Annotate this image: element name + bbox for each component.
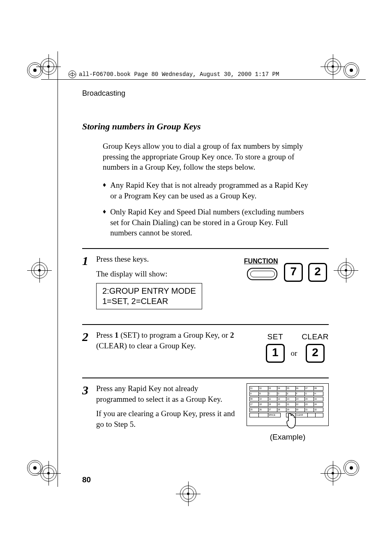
crop-target-mid-left [31, 262, 48, 279]
step-2-text-part: (SET) to program a Group Key, or [118, 331, 230, 339]
crop-target-top-left [40, 58, 57, 75]
divider [82, 378, 329, 378]
set-key-label: SET [264, 332, 286, 342]
divider [82, 324, 329, 325]
running-head: Broadcasting [82, 88, 329, 98]
step-2-bold-2: 2 [230, 331, 234, 339]
crop-target-bot-center [180, 486, 196, 502]
keypad-key-2: 2 [308, 263, 327, 282]
keypad-key-2: 2 [306, 344, 325, 363]
clear-key-label: CLEAR [302, 332, 329, 342]
pointing-hand-icon [285, 412, 297, 429]
bullet-text: Only Rapid Key and Speed Dial numbers (e… [110, 207, 313, 238]
display-line-1: 2:GROUP ENTRY MODE [102, 286, 196, 296]
step-2-bold-1: 1 [115, 331, 119, 339]
step-2: 2 Press 1 (SET) to program a Group Key, … [82, 330, 329, 363]
step-3-text: Press any Rapid Key not already programm… [96, 383, 239, 404]
step-3-subtext: If you are clearing a Group Key, press i… [96, 408, 239, 429]
step-1-text: Press these keys. [96, 254, 237, 265]
page-frame: all-FO6700.book Page 80 Wednesday, Augus… [58, 51, 341, 487]
display-line-2: 1=SET, 2=CLEAR [102, 296, 196, 306]
crop-ball-bot-right [344, 460, 359, 476]
step-3: 3 Press any Rapid Key not already progra… [82, 383, 329, 442]
keypad-key-7: 7 [284, 263, 303, 282]
function-key-label: FUNCTION [244, 258, 278, 265]
intro-paragraph: Group Keys allow you to dial a group of … [103, 141, 313, 173]
section-title: Storing numbers in Group Keys [82, 120, 329, 133]
step-1-subtext: The display will show: [96, 269, 237, 279]
bullet-diamond-icon: ♦ [103, 180, 106, 201]
or-label: or [291, 348, 297, 363]
book-path-text: all-FO6700.book Page 80 Wednesday, Augus… [79, 71, 279, 78]
keypad-key-1: 1 [266, 344, 285, 363]
bullet-item: ♦ Only Rapid Key and Speed Dial numbers … [103, 207, 313, 238]
step-1: 1 Press these keys. The display will sho… [82, 254, 329, 309]
book-icon [68, 70, 76, 78]
lcd-display: 2:GROUP ENTRY MODE 1=SET, 2=CLEAR [96, 283, 202, 309]
step-2-text-part: Press [96, 331, 115, 339]
rapid-key-panel-illustration: 0102030405060708 ABCDEFGH 09101112131415… [247, 383, 329, 442]
step-number: 2 [82, 330, 96, 343]
bullet-text: Any Rapid Key that is not already progra… [110, 180, 313, 201]
step-2-text-part: (CLEAR) to clear a Group Key. [96, 341, 196, 350]
crop-target-bot-left [40, 465, 57, 481]
page-number: 80 [82, 475, 91, 484]
step-number: 3 [82, 383, 96, 396]
bullet-diamond-icon: ♦ [103, 207, 106, 238]
example-label: (Example) [247, 432, 329, 442]
divider [82, 248, 329, 249]
step-number: 1 [82, 254, 96, 267]
function-key-icon [247, 268, 277, 280]
book-header-path: all-FO6700.book Page 80 Wednesday, Augus… [58, 70, 341, 78]
bullet-item: ♦ Any Rapid Key that is not already prog… [103, 180, 313, 201]
crop-ball-top-right [344, 62, 359, 78]
